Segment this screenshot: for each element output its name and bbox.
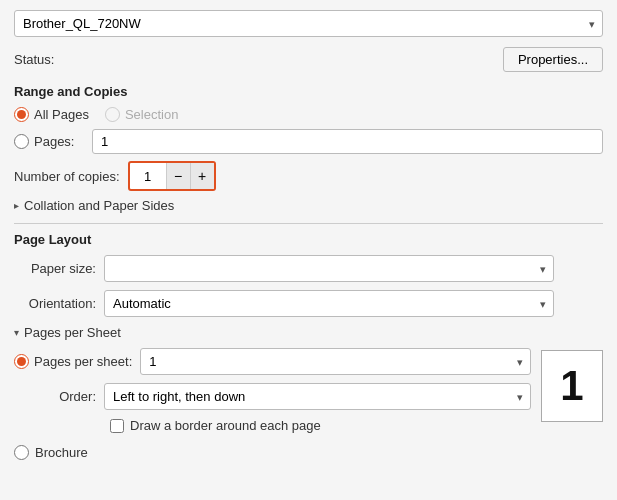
paper-size-select-wrap: ▾ bbox=[104, 255, 554, 282]
status-row: Status: Properties... bbox=[14, 47, 603, 72]
pages-per-sheet-header[interactable]: ▾ Pages per Sheet bbox=[14, 325, 603, 340]
pages-radio-item[interactable]: Pages: bbox=[14, 134, 84, 149]
all-pages-radio[interactable] bbox=[14, 107, 29, 122]
brochure-radio[interactable] bbox=[14, 445, 29, 460]
border-checkbox-label: Draw a border around each page bbox=[130, 418, 321, 433]
pps-expand-icon: ▾ bbox=[14, 327, 19, 338]
all-pages-label: All Pages bbox=[34, 107, 89, 122]
pages-label: Pages: bbox=[34, 134, 84, 149]
selection-radio bbox=[105, 107, 120, 122]
pages-radio[interactable] bbox=[14, 134, 29, 149]
brochure-row: Brochure bbox=[14, 445, 603, 460]
collation-row[interactable]: ▸ Collation and Paper Sides bbox=[14, 198, 603, 213]
pps-header-label: Pages per Sheet bbox=[24, 325, 121, 340]
paper-size-label: Paper size: bbox=[14, 261, 104, 276]
collation-expand-icon: ▸ bbox=[14, 200, 19, 211]
range-radio-row: All Pages Selection bbox=[14, 107, 603, 122]
pps-row-wrap: Pages per sheet: 1 2 4 6 9 16 ▾ bbox=[14, 348, 603, 441]
status-label: Status: bbox=[14, 52, 54, 67]
selection-label: Selection bbox=[125, 107, 178, 122]
copies-input[interactable] bbox=[130, 166, 166, 187]
page-preview: 1 bbox=[541, 350, 603, 422]
copies-increment-button[interactable]: + bbox=[190, 163, 214, 189]
page-layout-header: Page Layout bbox=[14, 232, 603, 247]
pps-field-row: Pages per sheet: 1 2 4 6 9 16 ▾ bbox=[14, 348, 531, 375]
pps-fields: Pages per sheet: 1 2 4 6 9 16 ▾ bbox=[14, 348, 531, 441]
copies-row: Number of copies: − + bbox=[14, 161, 603, 191]
orientation-label: Orientation: bbox=[14, 296, 104, 311]
range-copies-section: Range and Copies All Pages Selection Pag… bbox=[14, 84, 603, 213]
paper-size-select[interactable] bbox=[104, 255, 554, 282]
printer-row: Brother_QL_720NW ▾ bbox=[14, 10, 603, 37]
pages-input[interactable] bbox=[92, 129, 603, 154]
pps-label: Pages per sheet: bbox=[34, 354, 132, 369]
copies-decrement-button[interactable]: − bbox=[166, 163, 190, 189]
printer-select[interactable]: Brother_QL_720NW bbox=[14, 10, 603, 37]
order-row: Order: Left to right, then down Left to … bbox=[14, 383, 531, 410]
collation-label: Collation and Paper Sides bbox=[24, 198, 174, 213]
selection-option[interactable]: Selection bbox=[105, 107, 178, 122]
pps-radio-item[interactable]: Pages per sheet: bbox=[14, 354, 140, 369]
section-divider bbox=[14, 223, 603, 224]
brochure-label: Brochure bbox=[35, 445, 88, 460]
orientation-row: Orientation: Automatic Portrait Landscap… bbox=[14, 290, 603, 317]
order-select[interactable]: Left to right, then down Left to down, t… bbox=[104, 383, 531, 410]
page-layout-section: Page Layout Paper size: ▾ Orientation: A… bbox=[14, 232, 603, 460]
border-checkbox[interactable] bbox=[110, 419, 124, 433]
order-select-wrap: Left to right, then down Left to down, t… bbox=[104, 383, 531, 410]
order-label: Order: bbox=[14, 389, 104, 404]
pps-select-wrap: 1 2 4 6 9 16 ▾ bbox=[140, 348, 531, 375]
properties-button[interactable]: Properties... bbox=[503, 47, 603, 72]
all-pages-option[interactable]: All Pages bbox=[14, 107, 89, 122]
copies-spinbox: − + bbox=[128, 161, 216, 191]
paper-size-row: Paper size: ▾ bbox=[14, 255, 603, 282]
pages-row: Pages: bbox=[14, 129, 603, 154]
orientation-select[interactable]: Automatic Portrait Landscape bbox=[104, 290, 554, 317]
print-dialog: Brother_QL_720NW ▾ Status: Properties...… bbox=[0, 0, 617, 500]
border-checkbox-row: Draw a border around each page bbox=[14, 418, 531, 433]
pps-select[interactable]: 1 2 4 6 9 16 bbox=[140, 348, 531, 375]
printer-select-wrap: Brother_QL_720NW ▾ bbox=[14, 10, 603, 37]
orientation-select-wrap: Automatic Portrait Landscape ▾ bbox=[104, 290, 554, 317]
pps-radio[interactable] bbox=[14, 354, 29, 369]
copies-label: Number of copies: bbox=[14, 169, 120, 184]
range-copies-header: Range and Copies bbox=[14, 84, 603, 99]
